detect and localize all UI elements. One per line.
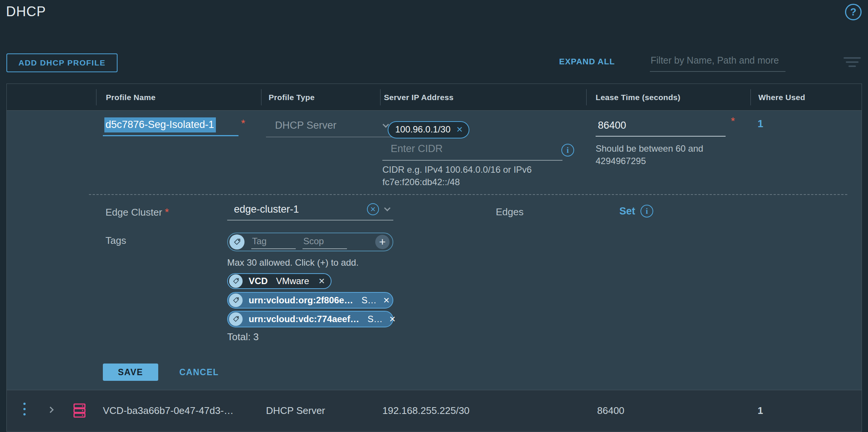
edge-cluster-label: Edge Cluster * <box>105 206 169 218</box>
column-header-where-used: Where Used <box>758 84 805 111</box>
server-ip-chip: 100.96.0.1/30 × <box>388 121 469 138</box>
help-icon[interactable]: ? <box>845 4 862 20</box>
row-server-ip: 192.168.255.225/30 <box>382 390 469 431</box>
column-separator <box>586 89 587 105</box>
row-lease-time: 86400 <box>597 390 624 431</box>
tag-chip-scope: S… <box>367 314 382 324</box>
profile-name-selected-text: d5c7876-Seg-Isolated-1 <box>104 117 216 132</box>
add-tag-button[interactable]: + <box>375 235 390 249</box>
tag-icon <box>229 234 245 249</box>
edges-set-link[interactable]: Set <box>619 205 635 217</box>
form-section-divider <box>89 194 847 195</box>
scope-input[interactable]: Scop <box>303 235 347 249</box>
tags-hint: Max 30 allowed. Click (+) to add. <box>227 257 359 268</box>
profile-type-value: DHCP Server <box>275 120 336 131</box>
chevron-down-icon <box>384 205 391 211</box>
cancel-button[interactable]: CANCEL <box>179 367 219 377</box>
row-expand-icon[interactable] <box>47 407 54 413</box>
column-header-profile-name: Profile Name <box>106 84 156 111</box>
edge-cluster-value: edge-cluster-1 <box>234 204 299 215</box>
server-ip-field: 100.96.0.1/30 × Enter CIDR <box>382 121 562 161</box>
column-header-server-ip: Server IP Address <box>384 84 454 111</box>
lease-time-hint: Should be between 60 and 4294967295 <box>596 142 720 167</box>
tag-icon <box>229 312 243 326</box>
column-separator <box>96 89 96 105</box>
where-used-link[interactable]: 1 <box>758 118 763 130</box>
remove-cidr-icon[interactable]: × <box>457 124 463 135</box>
edges-info-icon[interactable]: i <box>640 205 653 218</box>
column-separator <box>750 89 751 105</box>
profile-name-input[interactable]: d5c7876-Seg-Isolated-1 <box>103 116 238 136</box>
edges-label: Edges <box>496 206 524 218</box>
cidr-info-icon[interactable]: i <box>561 144 574 157</box>
column-header-profile-type: Profile Type <box>269 84 315 111</box>
row-profile-name: VCD-ba3a66b7-0e47-47d3-… <box>103 390 234 431</box>
tags-total: Total: 3 <box>227 331 259 343</box>
tag-chip-label: urn:vcloud:vdc:774aeef… <box>249 314 359 324</box>
tag-icon <box>229 294 243 307</box>
column-header-lease-time: Lease Time (seconds) <box>596 84 680 111</box>
dhcp-page: DHCP ? ADD DHCP PROFILE EXPAND ALL Profi… <box>0 0 868 432</box>
column-separator <box>261 89 261 105</box>
expand-all-button[interactable]: EXPAND ALL <box>559 57 615 67</box>
edit-profile-form: d5c7876-Seg-Isolated-1 * DHCP Server 100… <box>7 111 862 390</box>
row-where-used-link[interactable]: 1 <box>758 390 763 431</box>
remove-tag-icon[interactable]: × <box>312 276 325 286</box>
tag-chip-scope: S… <box>361 295 376 306</box>
required-asterisk: * <box>731 115 735 127</box>
profile-type-select[interactable]: DHCP Server <box>266 116 393 137</box>
remove-tag-icon[interactable]: × <box>376 295 389 306</box>
remove-tag-icon[interactable]: × <box>382 314 395 324</box>
add-dhcp-profile-button[interactable]: ADD DHCP PROFILE <box>6 53 118 72</box>
tag-chip: VCD VMware × <box>227 273 332 289</box>
save-button[interactable]: SAVE <box>103 364 158 381</box>
filter-input[interactable] <box>650 53 785 72</box>
dhcp-profiles-table: Profile Name Profile Type Server IP Addr… <box>6 84 862 432</box>
tag-chip-label: urn:vcloud:org:2f806e… <box>249 295 353 306</box>
tag-chip-scope: VMware <box>276 276 309 286</box>
dhcp-server-icon <box>71 402 88 421</box>
page-title: DHCP <box>6 4 46 20</box>
required-asterisk: * <box>241 117 245 129</box>
tags-label: Tags <box>105 235 126 246</box>
tag-input-group: Tag Scop + <box>227 233 393 251</box>
lease-time-input[interactable]: 86400 <box>596 116 726 137</box>
tag-chip-label: VCD <box>249 276 268 286</box>
row-profile-type: DHCP Server <box>266 390 325 431</box>
help-glyph: ? <box>850 6 857 18</box>
column-separator <box>380 89 381 105</box>
edge-cluster-select[interactable]: edge-cluster-1 × <box>227 202 393 221</box>
tag-input[interactable]: Tag <box>251 235 296 249</box>
required-asterisk: * <box>165 206 169 218</box>
cidr-hint: CIDR e.g. IPv4 100.64.0.0/16 or IPv6 fc7… <box>382 163 559 188</box>
filter-icon[interactable] <box>843 57 861 70</box>
clear-selection-icon[interactable]: × <box>367 203 379 215</box>
cidr-input[interactable]: Enter CIDR <box>382 141 562 161</box>
server-ip-chip-value: 100.96.0.1/30 <box>395 124 451 135</box>
table-row: VCD-ba3a66b7-0e47-47d3-… DHCP Server 192… <box>7 390 862 431</box>
tag-icon <box>229 274 243 288</box>
row-menu-icon[interactable] <box>21 403 28 418</box>
tag-chip: urn:vcloud:org:2f806e… S… × <box>227 292 393 309</box>
tag-chip: urn:vcloud:vdc:774aeef… S… × <box>227 311 393 327</box>
table-header: Profile Name Profile Type Server IP Addr… <box>7 84 862 111</box>
